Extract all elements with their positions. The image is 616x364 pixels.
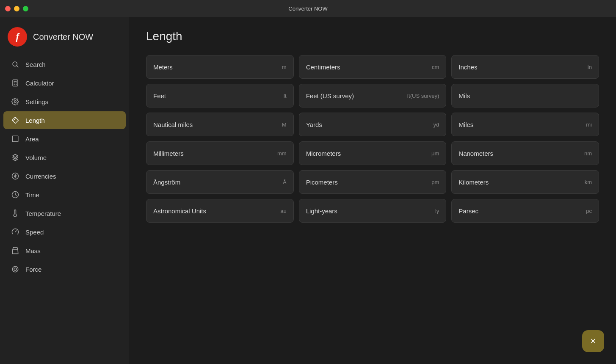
unit-card[interactable]: Parsecpc [451, 199, 599, 223]
sidebar-item-settings[interactable]: Settings [3, 93, 126, 110]
clock-icon [11, 190, 19, 199]
fab-button[interactable]: × [582, 330, 604, 352]
sidebar-item-force[interactable]: Force [3, 260, 126, 278]
mass-icon [11, 246, 19, 255]
speed-icon [11, 228, 19, 236]
sidebar-item-area[interactable]: Area [3, 130, 126, 148]
unit-name: Micrometers [306, 150, 341, 157]
sidebar-item-temperature[interactable]: Temperature [3, 204, 126, 222]
close-button[interactable] [5, 6, 11, 11]
unit-name: Ångström [153, 179, 180, 186]
svg-rect-12 [12, 136, 18, 142]
unit-card[interactable]: Kilometerskm [451, 170, 599, 194]
unit-abbr: yd [434, 121, 439, 128]
unit-name: Centimeters [306, 63, 340, 71]
unit-abbr: pm [431, 179, 439, 185]
unit-card[interactable]: Light-yearsly [299, 199, 447, 223]
sidebar-label-search: Search [25, 61, 46, 68]
unit-name: Parsec [459, 207, 478, 215]
page-title: Length [146, 30, 599, 43]
unit-card[interactable]: Inchesin [451, 55, 599, 79]
unit-name: Inches [459, 63, 477, 71]
search-icon [11, 60, 19, 69]
unit-card[interactable]: Astronomical Unitsau [146, 199, 294, 223]
unit-abbr: Å [283, 179, 287, 185]
unit-card[interactable]: Feet (US survey)ft(US survey) [299, 84, 447, 108]
ruler-icon [11, 116, 19, 124]
unit-abbr: ft [283, 93, 286, 99]
unit-name: Light-years [306, 207, 337, 215]
unit-name: Picometers [306, 179, 338, 186]
unit-card[interactable]: Milesmi [451, 113, 599, 136]
sidebar-item-time[interactable]: Time [3, 186, 126, 204]
unit-name: Astronomical Units [153, 207, 206, 215]
unit-abbr: ft(US survey) [407, 93, 439, 99]
unit-card[interactable]: ÅngströmÅ [146, 170, 294, 194]
unit-name: Nanometers [459, 150, 493, 157]
unit-abbr: nm [584, 150, 592, 157]
area-icon [11, 135, 19, 143]
unit-card[interactable]: Nautical milesM [146, 113, 294, 136]
unit-name: Kilometers [459, 179, 489, 186]
unit-abbr: ly [435, 208, 439, 214]
unit-abbr: in [588, 64, 592, 70]
unit-abbr: mi [586, 121, 592, 128]
unit-abbr: m [282, 64, 287, 70]
calculator-icon [11, 79, 19, 87]
svg-point-17 [12, 266, 18, 272]
sidebar-label-currencies: Currencies [25, 173, 56, 180]
app-body: ƒ Converter NOW Search Calculator [0, 17, 616, 364]
unit-name: Millimeters [153, 150, 184, 157]
unit-card[interactable]: Micrometersμm [299, 141, 447, 165]
sidebar-label-speed: Speed [25, 229, 44, 236]
sidebar-label-settings: Settings [25, 98, 48, 105]
svg-line-11 [13, 120, 14, 121]
svg-rect-2 [13, 80, 18, 86]
sidebar-label-force: Force [25, 266, 41, 273]
thermometer-icon [11, 209, 19, 218]
unit-grid: MetersmCentimeterscmInchesinFeetftFeet (… [146, 55, 599, 223]
unit-name: Nautical miles [153, 121, 193, 128]
volume-icon [11, 153, 19, 162]
unit-card[interactable]: Millimetersmm [146, 141, 294, 165]
maximize-button[interactable] [23, 6, 28, 11]
sidebar-label-calculator: Calculator [25, 80, 54, 87]
unit-card[interactable]: Metersm [146, 55, 294, 79]
sidebar-label-temperature: Temperature [25, 210, 61, 217]
window-title: Converter NOW [288, 6, 327, 12]
sidebar-item-speed[interactable]: Speed [3, 223, 126, 241]
titlebar: Converter NOW [0, 0, 616, 17]
unit-name: Miles [459, 121, 473, 128]
sidebar-item-length[interactable]: Length [3, 111, 126, 129]
logo-icon: ƒ [8, 27, 27, 47]
sidebar-label-volume: Volume [25, 154, 47, 161]
unit-card[interactable]: Nanometersnm [451, 141, 599, 165]
svg-line-9 [14, 119, 15, 120]
unit-name: Meters [153, 63, 173, 71]
unit-card[interactable]: Centimeterscm [299, 55, 447, 79]
sidebar-item-currencies[interactable]: Currencies [3, 167, 126, 185]
svg-line-10 [15, 118, 16, 119]
sidebar: ƒ Converter NOW Search Calculator [0, 17, 129, 364]
sidebar-item-calculator[interactable]: Calculator [3, 74, 126, 92]
sidebar-item-volume[interactable]: Volume [3, 149, 126, 166]
sidebar-item-search[interactable]: Search [3, 55, 126, 73]
sidebar-item-mass[interactable]: Mass [3, 242, 126, 259]
unit-card[interactable]: Mils [451, 84, 599, 108]
unit-card[interactable]: Feetft [146, 84, 294, 108]
gear-icon [11, 97, 19, 106]
sidebar-label-area: Area [25, 135, 39, 143]
currencies-icon [11, 172, 19, 180]
svg-point-8 [14, 101, 17, 103]
svg-point-0 [13, 62, 17, 66]
minimize-button[interactable] [14, 6, 19, 11]
svg-line-1 [17, 66, 18, 67]
svg-point-16 [14, 268, 17, 270]
unit-card[interactable]: Yardsyd [299, 113, 447, 136]
unit-abbr: km [585, 179, 592, 185]
force-icon [11, 265, 19, 273]
unit-abbr: pc [586, 208, 592, 214]
unit-card[interactable]: Picometerspm [299, 170, 447, 194]
unit-abbr: au [280, 208, 286, 214]
sidebar-label-length: Length [25, 117, 45, 124]
